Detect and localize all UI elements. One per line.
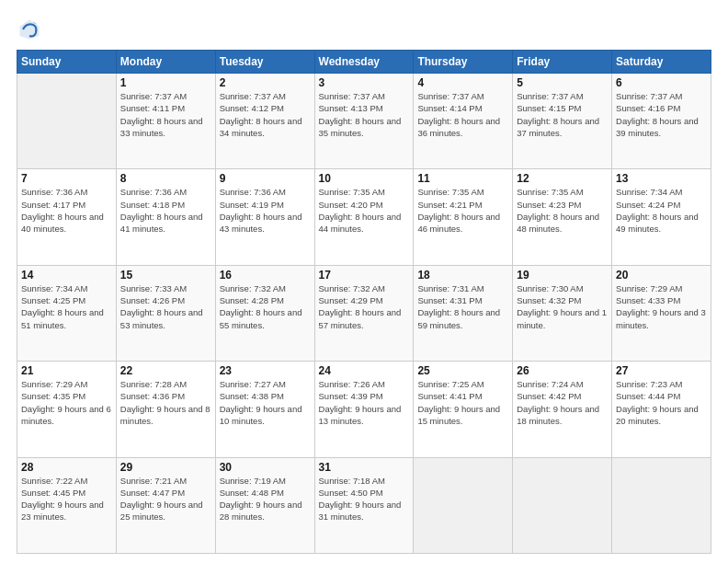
day-number: 27: [616, 364, 707, 377]
day-number: 10: [319, 172, 410, 185]
day-number: 18: [417, 269, 508, 282]
calendar-cell-5-7: [612, 457, 711, 553]
day-info: Sunrise: 7:26 AMSunset: 4:39 PMDaylight:…: [319, 378, 410, 427]
day-info: Sunrise: 7:24 AMSunset: 4:42 PMDaylight:…: [517, 378, 608, 427]
weekday-header-sunday: Sunday: [17, 51, 117, 74]
calendar-cell-3-3: 16Sunrise: 7:32 AMSunset: 4:28 PMDayligh…: [215, 265, 314, 361]
day-info: Sunrise: 7:35 AMSunset: 4:21 PMDaylight:…: [417, 186, 508, 235]
day-info: Sunrise: 7:35 AMSunset: 4:23 PMDaylight:…: [517, 186, 608, 235]
calendar-cell-5-6: [513, 457, 612, 553]
weekday-header-saturday: Saturday: [612, 51, 711, 74]
calendar-cell-3-5: 18Sunrise: 7:31 AMSunset: 4:31 PMDayligh…: [414, 265, 513, 361]
day-number: 29: [120, 461, 211, 474]
day-number: 5: [517, 76, 608, 89]
calendar-cell-2-3: 9Sunrise: 7:36 AMSunset: 4:19 PMDaylight…: [215, 169, 314, 265]
day-info: Sunrise: 7:32 AMSunset: 4:28 PMDaylight:…: [220, 282, 311, 331]
day-number: 26: [517, 364, 608, 377]
day-number: 15: [120, 269, 211, 282]
day-info: Sunrise: 7:22 AMSunset: 4:45 PMDaylight:…: [21, 475, 112, 523]
calendar-cell-2-5: 11Sunrise: 7:35 AMSunset: 4:21 PMDayligh…: [414, 169, 513, 265]
day-info: Sunrise: 7:37 AMSunset: 4:11 PMDaylight:…: [120, 90, 211, 139]
day-info: Sunrise: 7:33 AMSunset: 4:26 PMDaylight:…: [120, 282, 211, 331]
weekday-header-monday: Monday: [116, 51, 215, 74]
day-info: Sunrise: 7:29 AMSunset: 4:33 PMDaylight:…: [616, 282, 707, 331]
day-info: Sunrise: 7:30 AMSunset: 4:32 PMDaylight:…: [517, 282, 608, 331]
calendar-cell-2-7: 13Sunrise: 7:34 AMSunset: 4:24 PMDayligh…: [612, 169, 711, 265]
calendar-cell-3-7: 20Sunrise: 7:29 AMSunset: 4:33 PMDayligh…: [612, 265, 711, 361]
calendar-week-row-4: 21Sunrise: 7:29 AMSunset: 4:35 PMDayligh…: [17, 362, 711, 457]
calendar-week-row-5: 28Sunrise: 7:22 AMSunset: 4:45 PMDayligh…: [17, 457, 711, 553]
calendar-cell-1-4: 3Sunrise: 7:37 AMSunset: 4:13 PMDaylight…: [314, 74, 414, 169]
day-number: 22: [120, 364, 211, 377]
day-number: 11: [417, 172, 508, 185]
calendar-cell-4-1: 21Sunrise: 7:29 AMSunset: 4:35 PMDayligh…: [17, 362, 117, 457]
calendar-week-row-3: 14Sunrise: 7:34 AMSunset: 4:25 PMDayligh…: [17, 265, 711, 361]
calendar-cell-1-3: 2Sunrise: 7:37 AMSunset: 4:12 PMDaylight…: [215, 74, 314, 169]
day-info: Sunrise: 7:37 AMSunset: 4:14 PMDaylight:…: [417, 90, 508, 139]
calendar-cell-4-4: 24Sunrise: 7:26 AMSunset: 4:39 PMDayligh…: [314, 362, 414, 457]
day-info: Sunrise: 7:32 AMSunset: 4:29 PMDaylight:…: [319, 282, 410, 331]
day-info: Sunrise: 7:34 AMSunset: 4:25 PMDaylight:…: [21, 282, 112, 331]
calendar-cell-3-1: 14Sunrise: 7:34 AMSunset: 4:25 PMDayligh…: [17, 265, 117, 361]
day-info: Sunrise: 7:36 AMSunset: 4:17 PMDaylight:…: [21, 186, 112, 235]
day-info: Sunrise: 7:25 AMSunset: 4:41 PMDaylight:…: [417, 378, 508, 427]
calendar-cell-1-6: 5Sunrise: 7:37 AMSunset: 4:15 PMDaylight…: [513, 74, 612, 169]
calendar-cell-5-2: 29Sunrise: 7:21 AMSunset: 4:47 PMDayligh…: [116, 457, 215, 553]
calendar-cell-2-6: 12Sunrise: 7:35 AMSunset: 4:23 PMDayligh…: [513, 169, 612, 265]
calendar-cell-3-2: 15Sunrise: 7:33 AMSunset: 4:26 PMDayligh…: [116, 265, 215, 361]
day-number: 30: [220, 461, 311, 474]
day-number: 23: [220, 364, 311, 377]
calendar-table: SundayMondayTuesdayWednesdayThursdayFrid…: [17, 50, 711, 554]
day-number: 14: [21, 269, 112, 282]
calendar-cell-5-1: 28Sunrise: 7:22 AMSunset: 4:45 PMDayligh…: [17, 457, 117, 553]
day-number: 4: [417, 76, 508, 89]
calendar-cell-2-4: 10Sunrise: 7:35 AMSunset: 4:20 PMDayligh…: [314, 169, 414, 265]
day-number: 13: [616, 172, 707, 185]
day-number: 17: [319, 269, 410, 282]
page: SundayMondayTuesdayWednesdayThursdayFrid…: [0, 0, 728, 563]
day-number: 28: [21, 461, 112, 474]
day-number: 25: [417, 364, 508, 377]
calendar-cell-4-2: 22Sunrise: 7:28 AMSunset: 4:36 PMDayligh…: [116, 362, 215, 457]
day-number: 31: [319, 461, 410, 474]
day-number: 20: [616, 269, 707, 282]
logo-icon: [17, 17, 42, 42]
calendar-cell-1-1: [17, 74, 117, 169]
day-info: Sunrise: 7:31 AMSunset: 4:31 PMDaylight:…: [417, 282, 508, 331]
calendar-cell-1-2: 1Sunrise: 7:37 AMSunset: 4:11 PMDaylight…: [116, 74, 215, 169]
calendar-cell-1-7: 6Sunrise: 7:37 AMSunset: 4:16 PMDaylight…: [612, 74, 711, 169]
calendar-cell-3-4: 17Sunrise: 7:32 AMSunset: 4:29 PMDayligh…: [314, 265, 414, 361]
calendar-cell-4-7: 27Sunrise: 7:23 AMSunset: 4:44 PMDayligh…: [612, 362, 711, 457]
day-info: Sunrise: 7:27 AMSunset: 4:38 PMDaylight:…: [220, 378, 311, 427]
weekday-header-row: SundayMondayTuesdayWednesdayThursdayFrid…: [17, 51, 711, 74]
calendar-week-row-1: 1Sunrise: 7:37 AMSunset: 4:11 PMDaylight…: [17, 74, 711, 169]
weekday-header-friday: Friday: [513, 51, 612, 74]
day-number: 19: [517, 269, 608, 282]
day-number: 2: [220, 76, 311, 89]
calendar-cell-4-3: 23Sunrise: 7:27 AMSunset: 4:38 PMDayligh…: [215, 362, 314, 457]
logo: [17, 17, 46, 42]
weekday-header-thursday: Thursday: [414, 51, 513, 74]
day-info: Sunrise: 7:21 AMSunset: 4:47 PMDaylight:…: [120, 475, 211, 523]
day-info: Sunrise: 7:36 AMSunset: 4:19 PMDaylight:…: [220, 186, 311, 235]
weekday-header-wednesday: Wednesday: [314, 51, 414, 74]
header: [17, 17, 711, 42]
day-number: 9: [220, 172, 311, 185]
calendar-cell-2-1: 7Sunrise: 7:36 AMSunset: 4:17 PMDaylight…: [17, 169, 117, 265]
day-info: Sunrise: 7:28 AMSunset: 4:36 PMDaylight:…: [120, 378, 211, 427]
day-info: Sunrise: 7:37 AMSunset: 4:16 PMDaylight:…: [616, 90, 707, 139]
day-info: Sunrise: 7:37 AMSunset: 4:15 PMDaylight:…: [517, 90, 608, 139]
day-info: Sunrise: 7:35 AMSunset: 4:20 PMDaylight:…: [319, 186, 410, 235]
calendar-cell-4-5: 25Sunrise: 7:25 AMSunset: 4:41 PMDayligh…: [414, 362, 513, 457]
calendar-cell-2-2: 8Sunrise: 7:36 AMSunset: 4:18 PMDaylight…: [116, 169, 215, 265]
day-info: Sunrise: 7:37 AMSunset: 4:12 PMDaylight:…: [220, 90, 311, 139]
day-number: 21: [21, 364, 112, 377]
day-number: 8: [120, 172, 211, 185]
day-info: Sunrise: 7:36 AMSunset: 4:18 PMDaylight:…: [120, 186, 211, 235]
calendar-cell-5-3: 30Sunrise: 7:19 AMSunset: 4:48 PMDayligh…: [215, 457, 314, 553]
day-info: Sunrise: 7:34 AMSunset: 4:24 PMDaylight:…: [616, 186, 707, 235]
day-info: Sunrise: 7:18 AMSunset: 4:50 PMDaylight:…: [319, 475, 410, 523]
day-number: 24: [319, 364, 410, 377]
day-info: Sunrise: 7:19 AMSunset: 4:48 PMDaylight:…: [220, 475, 311, 523]
day-info: Sunrise: 7:23 AMSunset: 4:44 PMDaylight:…: [616, 378, 707, 427]
